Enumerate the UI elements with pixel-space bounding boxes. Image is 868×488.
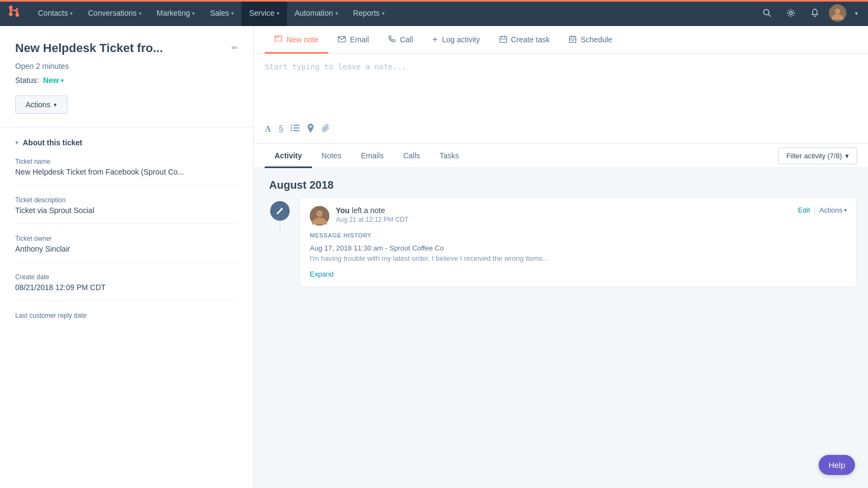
nav-item-automation-chevron-icon: ▾ [335,10,338,16]
settings-button[interactable] [781,3,801,23]
nav-items: Contacts▾Conversations▾Marketing▾Sales▾S… [30,0,392,26]
nav-item-service[interactable]: Service▾ [241,0,287,26]
svg-line-1 [769,15,771,17]
message-entry: Aug 17, 2018 11:30 am - Sprout Coffee Co… [310,244,847,262]
activity-tab-emails[interactable]: Emails [351,144,393,168]
status-value[interactable]: New ▾ [43,76,64,85]
action-bar: New noteEmailCall+Log activityCreate tas… [254,26,868,54]
text-format-icon[interactable]: A [265,124,271,134]
field-label-ticket-name: Ticket name [15,158,238,165]
svg-point-4 [835,9,840,14]
field-value-ticket-description: Ticket via Sprout Social ✏ [15,206,238,215]
nav-right-controls: ▾ [757,3,861,23]
activity-timestamp: Aug 21 at 12:12 PM CDT [336,216,792,223]
activity-tab-calls[interactable]: Calls [393,144,430,168]
svg-rect-8 [291,125,292,126]
note-area: A § [254,54,868,144]
field-label-last-reply: Last customer reply date [15,312,238,319]
filter-label: Filter activity (7/8) [786,152,842,160]
nav-item-reports[interactable]: Reports▾ [346,0,392,26]
user-avatar[interactable] [829,4,846,22]
list-icon[interactable] [291,124,299,134]
activity-note-action: left a note [349,206,385,215]
nav-item-marketing[interactable]: Marketing▾ [149,0,202,26]
message-preview: I'm having trouble with my latest order,… [310,254,690,262]
activity-card-actions: Edit Actions ▾ [798,206,847,214]
action-tab-new-note-label: New note [286,35,318,44]
activity-tab-calls-label: Calls [403,151,420,160]
about-collapse-icon[interactable]: ▾ [15,139,18,146]
about-section: ▾ About this ticket Ticket name New Help… [0,127,253,352]
right-panel: New noteEmailCall+Log activityCreate tas… [254,26,868,488]
nav-item-sales-chevron-icon: ▾ [231,10,234,16]
activity-actions-link[interactable]: Actions ▾ [819,206,847,214]
activity-icon [270,201,290,221]
ticket-title-row: New Helpdesk Ticket fro... ✏ [15,41,238,55]
field-group-ticket-name: Ticket name New Helpdesk Ticket from Fac… [15,158,238,185]
nav-item-sales[interactable]: Sales▾ [202,0,241,26]
message-date: Aug 17, 2018 11:30 am - Sprout Coffee Co [310,244,847,252]
field-value-create-date: 08/21/2018 12:09 PM CDT ✏ [15,283,238,292]
help-button[interactable]: Help [819,455,855,475]
hubspot-logo[interactable] [7,5,22,21]
activity-actions-chevron-icon: ▾ [844,207,847,213]
action-tab-schedule[interactable]: Schedule [559,27,622,54]
notifications-button[interactable] [805,3,825,23]
filter-chevron-icon: ▾ [845,152,849,160]
field-value-ticket-owner: Anthony Sinclair ✏ [15,245,238,253]
activity-tab-activity[interactable]: Activity [265,144,312,168]
status-chevron-icon: ▾ [61,78,63,84]
expand-link[interactable]: Expand [310,270,334,278]
nav-item-conversations[interactable]: Conversations▾ [80,0,149,26]
search-button[interactable] [757,3,777,23]
activity-edit-link[interactable]: Edit [798,206,810,214]
attachment-icon[interactable] [322,124,330,134]
activity-tab-activity-label: Activity [275,151,302,160]
actions-button[interactable]: Actions ▾ [15,95,67,114]
nav-item-marketing-chevron-icon: ▾ [192,10,195,16]
activity-tab-tasks[interactable]: Tasks [430,144,469,168]
nav-item-contacts[interactable]: Contacts▾ [30,0,80,26]
activity-note-text: You left a note [336,206,792,215]
nav-item-reports-chevron-icon: ▾ [382,10,385,16]
log-activity-icon: + [432,35,437,44]
action-tab-create-task[interactable]: Create task [490,27,560,54]
field-group-create-date: Create date 08/21/2018 12:09 PM CDT ✏ [15,273,238,301]
svg-rect-10 [291,127,292,129]
action-tab-call-label: Call [400,35,413,44]
activity-timeline-line [279,223,280,234]
svg-rect-9 [293,125,299,126]
emoji-icon[interactable]: § [279,124,284,134]
action-tab-new-note[interactable]: New note [265,27,328,54]
action-tab-call[interactable]: Call [379,27,423,53]
ticket-status-row: Status: New ▾ [15,76,238,85]
activity-tabs: ActivityNotesEmailsCallsTasks [265,144,469,168]
field-group-ticket-description: Ticket description Ticket via Sprout Soc… [15,196,238,224]
activity-month: August 2018 [254,168,868,197]
activity-divider [814,207,815,214]
svg-rect-6 [500,36,506,42]
field-label-ticket-description: Ticket description [15,196,238,204]
activity-tabs-bar: ActivityNotesEmailsCallsTasks Filter act… [254,144,868,168]
location-icon[interactable] [307,124,314,134]
nav-item-automation[interactable]: Automation▾ [287,0,346,26]
note-input[interactable] [265,62,857,117]
ticket-title-edit-icon[interactable]: ✏ [232,43,238,52]
user-menu-chevron[interactable]: ▾ [851,3,861,23]
activity-filter-area: Filter activity (7/8) ▾ [778,147,857,164]
activity-note-actor: You [336,206,349,215]
action-tab-email[interactable]: Email [328,27,379,53]
action-tab-log-activity[interactable]: +Log activity [423,26,489,54]
activity-tab-tasks-label: Tasks [439,151,459,160]
month-label: August 2018 [269,179,853,191]
about-header: ▾ About this ticket [15,138,238,147]
activity-tab-notes[interactable]: Notes [312,144,352,168]
activity-meta: You left a note Aug 21 at 12:12 PM CDT [336,206,792,223]
schedule-icon [569,35,576,44]
call-icon [388,35,395,44]
ticket-title: New Helpdesk Ticket fro... [15,41,227,55]
message-history-label: MESSAGE HISTORY [310,232,847,239]
about-title: About this ticket [23,138,82,147]
filter-activity-button[interactable]: Filter activity (7/8) ▾ [778,147,857,164]
activity-avatar [310,206,329,226]
